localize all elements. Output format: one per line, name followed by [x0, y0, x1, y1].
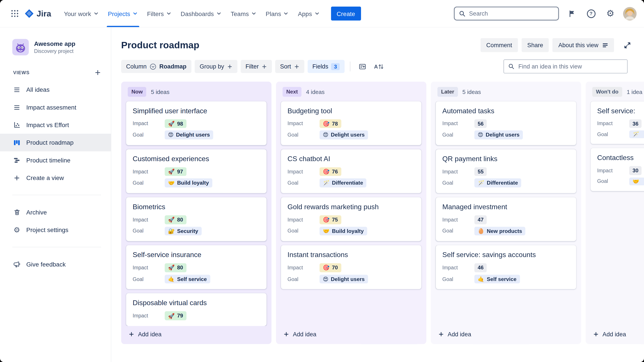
nav-apps[interactable]: Apps	[293, 0, 324, 27]
add-view-icon[interactable]	[93, 68, 103, 77]
idea-card[interactable]: Customised experiences Impact 🚀 97 Goal …	[126, 149, 266, 193]
impact-pill[interactable]: 🚀 80	[165, 215, 186, 224]
idea-card[interactable]: Instant transactions Impact 🎯 70 Goal 😍 …	[281, 245, 422, 289]
sidebar-item-product-roadmap[interactable]: Product roadmap	[0, 134, 111, 151]
goal-pill[interactable]: 🔐 Security	[165, 226, 202, 235]
sort-button[interactable]: Sort	[275, 60, 304, 73]
expand-icon[interactable]	[620, 38, 634, 52]
goal-row: Goal 😍 Delight users	[442, 130, 570, 139]
impact-pill[interactable]: 🎯 76	[320, 167, 341, 176]
notifications-icon[interactable]	[565, 7, 578, 20]
global-search-input[interactable]	[469, 10, 554, 17]
sidebar-item-create-a-view[interactable]: Create a view	[0, 169, 111, 186]
impact-pill[interactable]: 🚀 97	[165, 167, 186, 176]
idea-card[interactable]: Self service: Impact 36 Goal 🪄	[590, 101, 644, 144]
filter-button[interactable]: Filter	[240, 60, 272, 73]
idea-card[interactable]: Automated tasks Impact 56 Goal 😍 Delight…	[436, 101, 576, 145]
sidebar-item-give-feedback[interactable]: Give feedback	[0, 256, 111, 273]
share-button[interactable]: Share	[522, 38, 549, 52]
fields-button[interactable]: Fields 3	[308, 60, 345, 73]
impact-pill[interactable]: 30	[629, 166, 642, 175]
app-switcher-icon[interactable]	[8, 7, 21, 20]
nav-projects[interactable]: Projects	[103, 0, 142, 27]
goal-pill[interactable]: 😍 Delight users	[474, 130, 523, 139]
impact-pill[interactable]: 55	[474, 167, 487, 176]
idea-card[interactable]: Disposable virtual cards Impact 🚀 79	[126, 293, 266, 326]
sidebar-item-product-timeline[interactable]: Product timeline	[0, 151, 111, 169]
impact-pill[interactable]: 🚀 79	[165, 311, 186, 320]
find-idea-search[interactable]	[504, 59, 628, 74]
idea-card[interactable]: CS chatbot AI Impact 🎯 76 Goal 🪄 Differe…	[281, 149, 422, 193]
add-idea-button[interactable]: Add idea	[586, 326, 644, 344]
goal-pill[interactable]: 🪄 Differentiate	[474, 179, 521, 187]
goal-pill[interactable]: 🤝	[629, 177, 644, 185]
group-by-button[interactable]: Group by	[195, 60, 238, 73]
goal-pill[interactable]: 🤝 Build loyalty	[320, 226, 367, 235]
jira-logo[interactable]: Jira	[25, 9, 51, 18]
impact-pill[interactable]: 36	[629, 119, 642, 128]
impact-pill[interactable]: 🎯 70	[320, 263, 341, 272]
view-options-icon[interactable]	[356, 60, 369, 73]
column-by-control[interactable]: Column Roadmap	[121, 60, 192, 73]
goal-value: Self service	[487, 276, 516, 282]
card-list: Automated tasks Impact 56 Goal 😍 Delight…	[431, 99, 581, 326]
add-idea-button[interactable]: Add idea	[276, 326, 426, 344]
nav-dashboards[interactable]: Dashboards	[176, 0, 226, 27]
settings-icon[interactable]: ⚙	[604, 7, 617, 20]
sort-alphabetical-icon[interactable]: A	[372, 60, 386, 73]
sort-label: Sort	[280, 63, 291, 70]
add-idea-button[interactable]: Add idea	[121, 326, 272, 344]
nav-plans[interactable]: Plans	[261, 0, 294, 27]
idea-card[interactable]: Self service: savings accounts Impact 46…	[436, 245, 576, 289]
goal-value: Build loyalty	[332, 228, 364, 234]
impact-pill[interactable]: 🚀 98	[165, 119, 186, 128]
nav-your-work[interactable]: Your work	[59, 0, 103, 27]
idea-card[interactable]: Self-service insurance Impact 🚀 80 Goal …	[126, 245, 266, 289]
idea-card[interactable]: Biometrics Impact 🚀 80 Goal 🔐 Security	[126, 197, 266, 241]
goal-value: Delight users	[486, 132, 520, 138]
impact-pill[interactable]: 46	[474, 263, 487, 272]
impact-value: 55	[478, 168, 484, 175]
help-icon[interactable]: ?	[584, 7, 598, 20]
goal-pill[interactable]: 😍 Delight users	[320, 130, 368, 139]
goal-pill[interactable]: 🤝 Build loyalty	[165, 179, 212, 187]
sidebar-item-all-ideas[interactable]: All ideas	[0, 81, 111, 98]
idea-card[interactable]: Contactless Impact 30 Goal 🤝	[590, 148, 644, 191]
idea-card[interactable]: Gold rewards marketing push Impact 🎯 75 …	[281, 197, 422, 241]
add-idea-button[interactable]: Add idea	[431, 326, 581, 344]
goal-pill[interactable]: 🪄 Differentiate	[320, 179, 366, 187]
nav-teams[interactable]: Teams	[226, 0, 261, 27]
card-title: Instant transactions	[288, 251, 415, 259]
goal-pill[interactable]: 😍 Delight users	[320, 275, 368, 283]
goal-emoji-icon: 🪄	[478, 180, 484, 185]
user-avatar[interactable]	[623, 7, 637, 20]
divider	[350, 61, 350, 71]
impact-pill[interactable]: 47	[474, 215, 487, 224]
sidebar-item-project-settings[interactable]: ⚙ Project settings	[0, 221, 111, 239]
impact-pill[interactable]: 🚀 80	[165, 263, 186, 272]
sidebar-item-impact-vs-effort[interactable]: Impact vs Effort	[0, 116, 111, 134]
nav-filters[interactable]: Filters	[142, 0, 176, 27]
goal-pill[interactable]: 🤙 Self service	[474, 275, 520, 283]
create-button[interactable]: Create	[331, 6, 361, 21]
sidebar-item-impact-assesment[interactable]: Impact assesment	[0, 98, 111, 116]
impact-pill[interactable]: 🎯 75	[320, 215, 341, 224]
idea-card[interactable]: Managed investment Impact 47 Goal 🥚 New …	[436, 197, 576, 241]
goal-field-label: Goal	[288, 180, 320, 186]
goal-pill[interactable]: 🪄	[629, 130, 644, 138]
idea-card[interactable]: QR payment links Impact 55 Goal 🪄 Differ…	[436, 149, 576, 193]
goal-value: New products	[487, 228, 522, 234]
goal-pill[interactable]: 😍 Delight users	[165, 130, 213, 139]
sidebar-item-archive[interactable]: Archive	[0, 203, 111, 221]
idea-card[interactable]: Simplified user interface Impact 🚀 98 Go…	[126, 101, 266, 145]
find-idea-input[interactable]	[518, 63, 623, 70]
global-search[interactable]	[454, 6, 559, 21]
project-header[interactable]: Awesome app Discovery project	[0, 39, 111, 55]
idea-card[interactable]: Budgeting tool Impact 🎯 78 Goal 😍 Deligh…	[281, 101, 422, 145]
about-this-view-button[interactable]: About this view	[552, 38, 614, 52]
goal-pill[interactable]: 🤙 Self service	[165, 275, 210, 283]
comment-button[interactable]: Comment	[480, 38, 518, 52]
goal-pill[interactable]: 🥚 New products	[474, 226, 526, 235]
impact-pill[interactable]: 56	[474, 119, 487, 128]
impact-pill[interactable]: 🎯 78	[320, 119, 341, 128]
